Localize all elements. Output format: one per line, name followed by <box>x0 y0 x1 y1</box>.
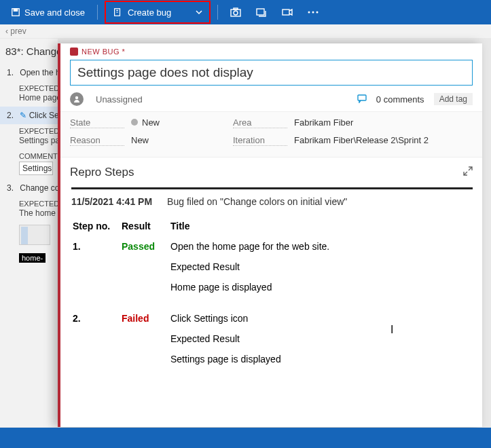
assignee-label[interactable]: Unassigned <box>96 94 143 105</box>
expected-label: EXPECTED RESULT <box>4 124 58 135</box>
expected-label: Expected Result <box>170 333 467 344</box>
badge-label: NEW BUG * <box>81 48 125 56</box>
comment-icon <box>357 94 367 105</box>
repro-table: Step no. Result Title 1. Passed Open the… <box>71 217 473 382</box>
area-label: Area <box>233 117 287 128</box>
step-label: Change color <box>20 183 58 193</box>
chevron-down-icon <box>196 9 202 16</box>
repro-title: Repro Steps <box>70 166 134 179</box>
repro-body: 11/5/2021 4:41 PM Bug filed on "Change c… <box>60 183 482 427</box>
iteration-label: Iteration <box>233 135 287 146</box>
create-bug-label: Create bug <box>128 7 171 18</box>
toolbar-separator <box>217 5 218 20</box>
bug-panel: NEW BUG * Unassigned 0 comments Add tag … <box>58 43 482 427</box>
area-value[interactable]: Fabrikam Fiber <box>294 117 473 128</box>
test-steps-panel: 83*: Change colors on initial view 1. Op… <box>0 39 58 427</box>
reason-value[interactable]: New <box>131 135 226 146</box>
state-label: State <box>70 117 124 128</box>
camera-icon <box>230 7 241 17</box>
svg-point-8 <box>308 12 310 14</box>
expand-icon[interactable] <box>463 166 473 179</box>
save-close-button[interactable]: Save and close <box>4 3 92 22</box>
expected-value: Settings page is displayed <box>170 354 467 365</box>
more-button[interactable] <box>301 3 325 22</box>
create-bug-button[interactable]: Create bug <box>106 3 209 22</box>
filed-timestamp: 11/5/2021 4:41 PM <box>71 196 152 207</box>
chevron-left-icon: ‹ <box>5 26 8 36</box>
comments-count[interactable]: 0 comments <box>376 94 424 105</box>
bug-title-input[interactable] <box>70 60 473 86</box>
state-dot-icon <box>131 119 138 126</box>
state-value[interactable]: New <box>131 117 226 128</box>
top-toolbar: Save and close Create bug <box>0 0 491 24</box>
fields-grid: State New Area Fabrikam Fiber Reason New… <box>60 111 482 157</box>
test-case-title: 83*: Change colors on initial view <box>4 41 58 64</box>
capture-button[interactable] <box>249 3 274 22</box>
prev-label: prev <box>10 26 26 36</box>
meta-row: Unassigned 0 comments Add tag <box>60 86 482 111</box>
svg-rect-7 <box>283 10 289 15</box>
expected-label: EXPECTED RESULT <box>4 197 58 208</box>
create-bug-highlight: Create bug <box>105 1 211 24</box>
step-number: 3. <box>7 183 18 193</box>
avatar[interactable] <box>70 92 84 106</box>
filed-row: 11/5/2021 4:41 PM Bug filed on "Change c… <box>71 196 473 207</box>
step-label: Open the home page <box>20 68 58 77</box>
col-title-header: Title <box>170 218 471 237</box>
step-label: Click Settings <box>29 111 58 120</box>
svg-rect-1 <box>14 9 17 12</box>
result-passed: Passed <box>122 241 155 252</box>
svg-rect-6 <box>257 9 264 15</box>
new-bug-badge: NEW BUG * <box>70 48 473 56</box>
filed-message: Bug filed on "Change colors on initial v… <box>167 196 347 207</box>
prev-bar[interactable]: ‹ prev <box>0 24 491 38</box>
capture-icon <box>256 7 267 17</box>
expected-value: Home page is displayed <box>170 282 467 293</box>
edit-icon: ✎ <box>20 111 26 120</box>
save-close-label: Save and close <box>24 7 85 18</box>
add-tag-button[interactable]: Add tag <box>434 93 473 105</box>
more-icon <box>308 11 319 14</box>
repro-header: Repro Steps <box>60 157 482 183</box>
new-bug-icon <box>113 7 122 17</box>
comment-input[interactable]: Settings <box>19 162 53 175</box>
record-button[interactable] <box>275 3 299 22</box>
comment-label: COMMENT <box>4 149 58 160</box>
expected-value: Home page is displayed <box>4 92 58 107</box>
toolbar-separator <box>97 5 98 20</box>
test-step-row[interactable]: 1. Open the home page <box>4 64 58 81</box>
svg-rect-5 <box>234 8 238 10</box>
step-number: 2. <box>7 111 18 120</box>
screenshot-thumbnail[interactable] <box>19 225 50 245</box>
expected-value: The home page <box>4 208 58 222</box>
table-row: 2. Failed Click Settings icon Expected R… <box>73 310 471 381</box>
step-num: 1. <box>73 241 81 252</box>
step-title: Open the home page for the web site. <box>170 241 467 252</box>
iteration-value[interactable]: Fabrikam Fiber\Release 2\Sprint 2 <box>294 135 473 146</box>
svg-point-4 <box>234 11 238 15</box>
test-step-row[interactable]: 2. ✎ Click Settings <box>0 107 58 124</box>
bug-icon <box>70 48 78 56</box>
step-num: 2. <box>73 313 81 324</box>
svg-point-10 <box>316 12 319 14</box>
svg-point-9 <box>312 12 314 14</box>
bottom-bar <box>0 428 491 448</box>
expected-label: EXPECTED RESULT <box>4 81 58 92</box>
test-step-row[interactable]: 3. Change color <box>4 179 58 197</box>
home-chip: home- <box>19 253 46 263</box>
expected-label: Expected Result <box>170 261 467 272</box>
video-icon <box>282 8 293 16</box>
expected-value: Settings page is displayed <box>4 135 58 149</box>
step-title: Click Settings icon <box>170 313 467 324</box>
step-number: 1. <box>7 68 18 77</box>
col-result-header: Result <box>122 218 169 237</box>
col-step-header: Step no. <box>73 218 120 237</box>
result-failed: Failed <box>122 313 149 324</box>
save-icon <box>11 7 20 17</box>
screenshot-button[interactable] <box>223 3 248 22</box>
reason-label: Reason <box>70 135 124 146</box>
table-row: 1. Passed Open the home page for the web… <box>73 238 471 309</box>
svg-point-11 <box>75 96 78 99</box>
svg-rect-12 <box>358 95 366 100</box>
